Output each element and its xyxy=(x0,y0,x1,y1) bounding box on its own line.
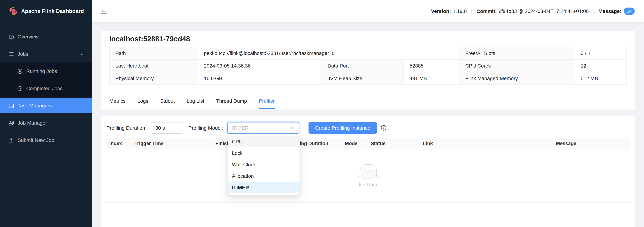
page-title: localhost:52881-79cd48 xyxy=(109,34,627,44)
tab-profiler[interactable]: Profiler xyxy=(259,97,275,109)
table-row: Physical Memory 16.0 GB JVM Heap Size 49… xyxy=(110,72,626,85)
info-label-physical-memory: Physical Memory xyxy=(110,72,198,84)
taskmanager-tabs: Metrics Logs Stdout Log List Thread Dump… xyxy=(109,85,627,109)
column-header-status: Status xyxy=(368,138,420,149)
sidebar-item-task-managers[interactable]: Task Managers xyxy=(0,98,92,113)
dashboard-icon xyxy=(9,34,14,39)
sidebar-item-running-jobs[interactable]: Running Jobs xyxy=(0,64,92,78)
info-label-managed-memory: Flink Managed Memory xyxy=(460,72,575,84)
info-circle-icon[interactable] xyxy=(381,125,386,131)
sidebar-item-label: Jobs xyxy=(18,51,28,57)
chevron-down-icon xyxy=(290,126,295,130)
dropdown-option-cpu[interactable]: CPU xyxy=(228,136,300,147)
empty-box-icon xyxy=(356,164,380,179)
sidebar-item-label: Job Manager xyxy=(18,120,47,126)
tab-thread-dump[interactable]: Thread Dump xyxy=(216,97,247,109)
sidebar-item-label: Submit New Job xyxy=(18,137,54,143)
profiling-mode-value: ITIMER xyxy=(232,125,290,131)
list-icon xyxy=(9,51,14,57)
profiler-controls: Profiling Duration : Profiling Mode : IT… xyxy=(106,122,630,134)
build-meta: Version: 1.19.0 Commit: 8f94b33 @ 2024-0… xyxy=(431,7,635,15)
empty-state: No Data xyxy=(106,149,630,203)
commit-value: 8f94b33 @ 2024-03-04T17:24:41+01:00 xyxy=(498,8,589,14)
column-header-message: Message xyxy=(553,138,630,149)
sidebar-item-label: Completed Jobs xyxy=(26,85,62,91)
play-circle-icon xyxy=(17,68,23,74)
chevron-up-icon xyxy=(80,52,84,56)
dropdown-option-allocation[interactable]: Allocation xyxy=(228,170,300,182)
info-value-jvm-heap: 491 MB xyxy=(404,72,460,84)
sidebar-item-job-manager[interactable]: Job Manager xyxy=(0,116,92,130)
column-header-link: Link xyxy=(420,138,553,149)
sidebar-menu: Overview Jobs xyxy=(0,22,92,147)
upload-icon xyxy=(9,137,14,143)
info-label-heartbeat: Last Heartbeat xyxy=(110,60,198,72)
profiling-table-header: Index Trigger Time Finished Time Profili… xyxy=(106,138,630,149)
sidebar-item-submit-new-job[interactable]: Submit New Job xyxy=(0,133,92,147)
version-value: 1.19.0 xyxy=(453,8,467,14)
info-label-data-port: Data Port xyxy=(322,60,404,72)
schedule-icon xyxy=(9,103,14,108)
profiling-mode-label: Profiling Mode : xyxy=(188,122,224,134)
profiling-duration-input[interactable] xyxy=(151,122,184,134)
sidebar-item-label: Overview xyxy=(18,34,39,39)
flink-squirrel-logo xyxy=(8,6,18,16)
check-circle-icon xyxy=(17,86,23,91)
logo-row[interactable]: Apache Flink Dashboard xyxy=(0,0,92,22)
info-value-managed-memory: 512 MB xyxy=(575,72,626,84)
info-value-heartbeat: 2024-03-05 14:36:36 xyxy=(198,60,322,72)
top-header: Version: 1.19.0 Commit: 8f94b33 @ 2024-0… xyxy=(92,0,644,22)
info-value-path: pekko.tcp://flink@localhost:52881/user/r… xyxy=(198,47,460,59)
profiling-mode-select[interactable]: ITIMER xyxy=(227,122,299,134)
tab-metrics[interactable]: Metrics xyxy=(109,97,126,109)
table-row: Last Heartbeat 2024-03-05 14:36:36 Data … xyxy=(110,60,626,72)
info-value-physical-memory: 16.0 GB xyxy=(198,72,322,84)
version-label: Version: xyxy=(431,8,451,14)
column-header-trigger-time: Trigger Time xyxy=(132,138,212,149)
dropdown-option-lock[interactable]: Lock xyxy=(228,147,300,159)
profiler-panel: Profiling Duration : Profiling Mode : IT… xyxy=(101,116,635,227)
taskmanager-info-card: localhost:52881-79cd48 Path pekko.tcp://… xyxy=(101,31,635,110)
column-header-mode: Mode xyxy=(342,138,368,149)
grid-icon xyxy=(9,120,14,126)
app-root: Apache Flink Dashboard Overview Jobs xyxy=(0,0,644,227)
dropdown-option-itimer[interactable]: ITIMER xyxy=(228,182,300,193)
profiling-duration-label: Profiling Duration : xyxy=(106,122,148,134)
app-title: Apache Flink Dashboard xyxy=(21,8,84,14)
meta-divider xyxy=(593,8,594,14)
menu-fold-icon[interactable] xyxy=(101,8,107,14)
info-label-jvm-heap: JVM Heap Size xyxy=(322,72,404,84)
jobs-submenu: Running Jobs Completed Jobs xyxy=(0,62,92,97)
info-value-data-port: 52885 xyxy=(404,60,460,72)
column-header-index: Index xyxy=(106,138,132,149)
meta-divider xyxy=(472,8,472,14)
sidebar-item-label: Running Jobs xyxy=(26,68,57,74)
sidebar-item-jobs[interactable]: Jobs xyxy=(0,47,92,61)
table-row: Path pekko.tcp://flink@localhost:52881/u… xyxy=(110,47,626,60)
dropdown-option-wall-clock[interactable]: Wall-Clock xyxy=(228,159,300,170)
sidebar: Apache Flink Dashboard Overview Jobs xyxy=(0,0,92,227)
sidebar-item-label: Task Managers xyxy=(18,103,52,108)
tab-log-list[interactable]: Log List xyxy=(186,97,204,109)
info-value-free-slots: 0 / 1 xyxy=(575,47,626,59)
create-profiling-instance-button[interactable]: Create Profiling Instance xyxy=(308,122,377,134)
profiling-mode-dropdown: CPU Lock Wall-Clock Allocation ITIMER xyxy=(228,134,300,195)
tab-stdout[interactable]: Stdout xyxy=(160,97,175,109)
sidebar-item-overview[interactable]: Overview xyxy=(0,29,92,44)
info-label-path: Path xyxy=(110,47,198,59)
info-label-cpu-cores: CPU Cores xyxy=(460,60,575,72)
commit-label: Commit: xyxy=(476,8,497,14)
no-data-text: No Data xyxy=(359,182,377,188)
info-label-free-slots: Free/All Slots xyxy=(460,47,575,59)
message-label: Message: xyxy=(598,8,621,14)
taskmanager-info-table: Path pekko.tcp://flink@localhost:52881/u… xyxy=(109,47,627,85)
sidebar-item-completed-jobs[interactable]: Completed Jobs xyxy=(0,81,92,96)
info-value-cpu-cores: 12 xyxy=(575,60,626,72)
message-count-badge[interactable]: 14 xyxy=(624,7,635,15)
tab-logs[interactable]: Logs xyxy=(137,97,148,109)
